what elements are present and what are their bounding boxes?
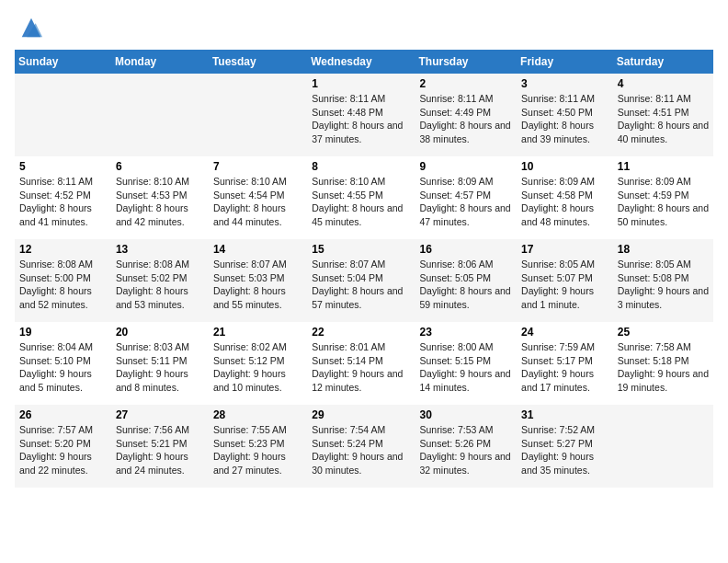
- weekday-header-tuesday: Tuesday: [209, 50, 307, 74]
- day-info: Sunrise: 8:07 AM Sunset: 5:04 PM Dayligh…: [312, 258, 410, 312]
- calendar-cell: 31Sunrise: 7:52 AM Sunset: 5:27 PM Dayli…: [517, 405, 613, 488]
- calendar-cell: 26Sunrise: 7:57 AM Sunset: 5:20 PM Dayli…: [15, 405, 111, 488]
- calendar-week-row: 19Sunrise: 8:04 AM Sunset: 5:10 PM Dayli…: [15, 322, 713, 405]
- day-number: 26: [19, 408, 107, 421]
- day-info: Sunrise: 7:55 AM Sunset: 5:23 PM Dayligh…: [213, 423, 302, 477]
- day-number: 3: [521, 77, 609, 90]
- day-number: 23: [419, 326, 512, 339]
- calendar-cell: 24Sunrise: 7:59 AM Sunset: 5:17 PM Dayli…: [517, 322, 613, 405]
- day-number: 30: [419, 408, 512, 421]
- calendar-cell: 12Sunrise: 8:08 AM Sunset: 5:00 PM Dayli…: [15, 239, 111, 322]
- day-info: Sunrise: 7:57 AM Sunset: 5:20 PM Dayligh…: [19, 423, 107, 477]
- calendar-cell: 17Sunrise: 8:05 AM Sunset: 5:07 PM Dayli…: [517, 239, 613, 322]
- day-number: 25: [618, 326, 709, 339]
- calendar-cell: 14Sunrise: 8:07 AM Sunset: 5:03 PM Dayli…: [209, 239, 307, 322]
- day-number: 14: [213, 243, 302, 256]
- day-number: 20: [116, 326, 204, 339]
- calendar-cell: 22Sunrise: 8:01 AM Sunset: 5:14 PM Dayli…: [307, 322, 415, 405]
- day-info: Sunrise: 7:52 AM Sunset: 5:27 PM Dayligh…: [521, 423, 609, 477]
- calendar-week-row: 5Sunrise: 8:11 AM Sunset: 4:52 PM Daylig…: [15, 156, 713, 239]
- day-info: Sunrise: 8:06 AM Sunset: 5:05 PM Dayligh…: [419, 258, 512, 312]
- day-info: Sunrise: 8:09 AM Sunset: 4:58 PM Dayligh…: [521, 175, 609, 229]
- calendar-cell: 18Sunrise: 8:05 AM Sunset: 5:08 PM Dayli…: [613, 239, 713, 322]
- day-info: Sunrise: 8:10 AM Sunset: 4:55 PM Dayligh…: [312, 175, 410, 229]
- day-number: 5: [19, 160, 107, 173]
- day-info: Sunrise: 8:09 AM Sunset: 4:59 PM Dayligh…: [618, 175, 709, 229]
- calendar-cell: 16Sunrise: 8:06 AM Sunset: 5:05 PM Dayli…: [415, 239, 517, 322]
- logo: [15, 15, 44, 40]
- day-info: Sunrise: 8:11 AM Sunset: 4:48 PM Dayligh…: [312, 92, 410, 146]
- calendar-week-row: 12Sunrise: 8:08 AM Sunset: 5:00 PM Dayli…: [15, 239, 713, 322]
- day-info: Sunrise: 8:11 AM Sunset: 4:50 PM Dayligh…: [521, 92, 609, 146]
- calendar-week-row: 1Sunrise: 8:11 AM Sunset: 4:48 PM Daylig…: [15, 74, 713, 156]
- day-number: 27: [116, 408, 204, 421]
- day-info: Sunrise: 7:56 AM Sunset: 5:21 PM Dayligh…: [116, 423, 204, 477]
- day-info: Sunrise: 7:54 AM Sunset: 5:24 PM Dayligh…: [312, 423, 410, 477]
- calendar-cell: 5Sunrise: 8:11 AM Sunset: 4:52 PM Daylig…: [15, 156, 111, 239]
- calendar-cell: [209, 74, 307, 156]
- weekday-header-monday: Monday: [111, 50, 209, 74]
- day-info: Sunrise: 8:11 AM Sunset: 4:49 PM Dayligh…: [419, 92, 512, 146]
- day-number: 7: [213, 160, 302, 173]
- calendar-cell: 19Sunrise: 8:04 AM Sunset: 5:10 PM Dayli…: [15, 322, 111, 405]
- day-number: 29: [312, 408, 410, 421]
- calendar-cell: 13Sunrise: 8:08 AM Sunset: 5:02 PM Dayli…: [111, 239, 209, 322]
- day-number: 1: [312, 77, 410, 90]
- day-number: 16: [419, 243, 512, 256]
- day-info: Sunrise: 8:10 AM Sunset: 4:53 PM Dayligh…: [116, 175, 204, 229]
- day-info: Sunrise: 7:58 AM Sunset: 5:18 PM Dayligh…: [618, 340, 709, 395]
- calendar-cell: 23Sunrise: 8:00 AM Sunset: 5:15 PM Dayli…: [415, 322, 517, 405]
- day-info: Sunrise: 8:01 AM Sunset: 5:14 PM Dayligh…: [312, 340, 410, 395]
- calendar-cell: 11Sunrise: 8:09 AM Sunset: 4:59 PM Dayli…: [613, 156, 713, 239]
- day-number: 21: [213, 326, 302, 339]
- logo-icon: [18, 15, 44, 40]
- day-number: 11: [618, 160, 709, 173]
- calendar-cell: 4Sunrise: 8:11 AM Sunset: 4:51 PM Daylig…: [613, 74, 713, 156]
- weekday-header-wednesday: Wednesday: [307, 50, 415, 74]
- day-info: Sunrise: 7:59 AM Sunset: 5:17 PM Dayligh…: [521, 340, 609, 395]
- weekday-header-friday: Friday: [517, 50, 613, 74]
- calendar-cell: 25Sunrise: 7:58 AM Sunset: 5:18 PM Dayli…: [613, 322, 713, 405]
- day-info: Sunrise: 8:03 AM Sunset: 5:11 PM Dayligh…: [116, 340, 204, 395]
- calendar-cell: 10Sunrise: 8:09 AM Sunset: 4:58 PM Dayli…: [517, 156, 613, 239]
- calendar-cell: 8Sunrise: 8:10 AM Sunset: 4:55 PM Daylig…: [307, 156, 415, 239]
- day-info: Sunrise: 8:04 AM Sunset: 5:10 PM Dayligh…: [19, 340, 107, 395]
- calendar-cell: 20Sunrise: 8:03 AM Sunset: 5:11 PM Dayli…: [111, 322, 209, 405]
- calendar-cell: [15, 74, 111, 156]
- day-info: Sunrise: 8:07 AM Sunset: 5:03 PM Dayligh…: [213, 258, 302, 312]
- day-number: 2: [419, 77, 512, 90]
- day-number: 28: [213, 408, 302, 421]
- calendar-cell: 30Sunrise: 7:53 AM Sunset: 5:26 PM Dayli…: [415, 405, 517, 488]
- calendar-cell: 1Sunrise: 8:11 AM Sunset: 4:48 PM Daylig…: [307, 74, 415, 156]
- day-number: 19: [19, 326, 107, 339]
- day-info: Sunrise: 8:05 AM Sunset: 5:07 PM Dayligh…: [521, 258, 609, 312]
- day-info: Sunrise: 8:11 AM Sunset: 4:51 PM Dayligh…: [618, 92, 709, 146]
- day-number: 15: [312, 243, 410, 256]
- day-info: Sunrise: 8:10 AM Sunset: 4:54 PM Dayligh…: [213, 175, 302, 229]
- day-number: 6: [116, 160, 204, 173]
- calendar-cell: [111, 74, 209, 156]
- calendar-cell: 2Sunrise: 8:11 AM Sunset: 4:49 PM Daylig…: [415, 74, 517, 156]
- calendar-cell: 7Sunrise: 8:10 AM Sunset: 4:54 PM Daylig…: [209, 156, 307, 239]
- weekday-header-row: SundayMondayTuesdayWednesdayThursdayFrid…: [15, 50, 713, 74]
- day-number: 4: [618, 77, 709, 90]
- day-number: 22: [312, 326, 410, 339]
- calendar-cell: 3Sunrise: 8:11 AM Sunset: 4:50 PM Daylig…: [517, 74, 613, 156]
- weekday-header-thursday: Thursday: [415, 50, 517, 74]
- day-number: 8: [312, 160, 410, 173]
- day-info: Sunrise: 8:08 AM Sunset: 5:02 PM Dayligh…: [116, 258, 204, 312]
- calendar-week-row: 26Sunrise: 7:57 AM Sunset: 5:20 PM Dayli…: [15, 405, 713, 488]
- calendar-cell: 9Sunrise: 8:09 AM Sunset: 4:57 PM Daylig…: [415, 156, 517, 239]
- day-number: 12: [19, 243, 107, 256]
- day-info: Sunrise: 8:00 AM Sunset: 5:15 PM Dayligh…: [419, 340, 512, 395]
- calendar-cell: 21Sunrise: 8:02 AM Sunset: 5:12 PM Dayli…: [209, 322, 307, 405]
- calendar-cell: [613, 405, 713, 488]
- day-number: 18: [618, 243, 709, 256]
- day-number: 9: [419, 160, 512, 173]
- weekday-header-sunday: Sunday: [15, 50, 111, 74]
- weekday-header-saturday: Saturday: [613, 50, 713, 74]
- calendar-cell: 15Sunrise: 8:07 AM Sunset: 5:04 PM Dayli…: [307, 239, 415, 322]
- day-info: Sunrise: 8:05 AM Sunset: 5:08 PM Dayligh…: [618, 258, 709, 312]
- day-number: 10: [521, 160, 609, 173]
- page-header: [15, 15, 713, 40]
